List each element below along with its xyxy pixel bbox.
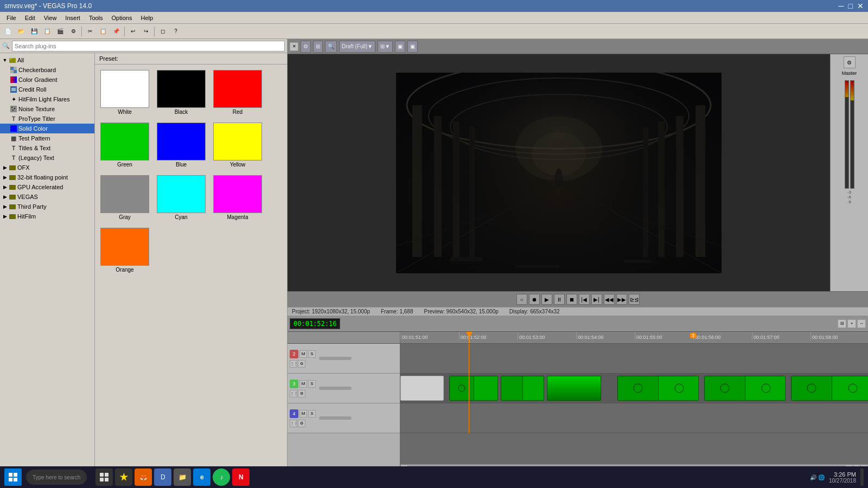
mixer-settings-btn[interactable]: ⚙ <box>844 56 856 68</box>
preview-zoom-btn[interactable]: 🔍 <box>325 41 337 53</box>
tree-item-checkerboard[interactable]: Checkerboard <box>0 65 94 75</box>
taskbar-icon-3[interactable]: 🦊 <box>135 468 152 486</box>
track-solo-3[interactable]: S <box>308 380 316 388</box>
track-clip-3c[interactable] <box>501 376 544 401</box>
swatch-green[interactable]: Green <box>97 119 152 171</box>
preset-scroll-area[interactable]: White Black Red Green <box>95 65 287 486</box>
track-clip-3f[interactable] <box>704 376 786 401</box>
prev-frame-btn[interactable]: |◀ <box>579 294 590 305</box>
tree-item-all[interactable]: ▼ All <box>0 55 94 65</box>
track-clip-3a[interactable] <box>400 376 444 401</box>
tl-add-btn[interactable]: + <box>847 319 856 328</box>
properties-button[interactable]: ⚙ <box>67 25 79 37</box>
swatch-red[interactable]: Red <box>210 67 265 118</box>
cut-button[interactable]: ✂ <box>84 25 96 37</box>
loop-region-btn[interactable]: ⊵⊴ <box>629 294 640 305</box>
track-mute-2[interactable]: M <box>299 350 307 358</box>
preview-settings-btn[interactable]: ⚙ <box>301 41 311 53</box>
preview-quality-btn[interactable]: Draft (Full) ▼ <box>339 41 375 53</box>
maximize-button[interactable]: □ <box>848 2 853 10</box>
save-button[interactable]: 💾 <box>28 25 40 37</box>
menu-file[interactable]: File <box>2 14 21 22</box>
swatch-cyan[interactable]: Cyan <box>154 172 209 223</box>
preview-grid-btn[interactable]: ⊞▼ <box>378 41 393 53</box>
paste-button[interactable]: 📌 <box>110 25 122 37</box>
track-solo-2[interactable]: S <box>308 350 316 358</box>
show-desktop-btn[interactable] <box>860 468 864 486</box>
new-button[interactable]: 📄 <box>2 25 14 37</box>
menu-options[interactable]: Options <box>107 14 137 22</box>
track-fx-4[interactable]: ⋮⋮ <box>290 420 297 427</box>
track-clip-3e[interactable] <box>617 376 699 401</box>
tl-scroll-btn[interactable]: ↔ <box>857 319 866 328</box>
search-input[interactable] <box>12 41 285 52</box>
track-clip-3g[interactable] <box>791 376 868 401</box>
pause-btn[interactable]: ⏸ <box>554 294 565 305</box>
swatch-black[interactable]: Black <box>154 67 209 118</box>
menu-help[interactable]: Help <box>136 14 157 22</box>
tree-item-protype[interactable]: T ProType Titler <box>0 114 94 124</box>
swatch-white[interactable]: White <box>97 67 152 118</box>
taskbar-icon-ie[interactable]: e <box>193 468 210 486</box>
stop-btn[interactable]: ⏹ <box>566 294 577 305</box>
timeline-canvas[interactable]: 00:01:51:00 00:01:52:00 00:01:53:00 00:0… <box>400 332 868 472</box>
start-button[interactable] <box>4 468 22 486</box>
close-button[interactable]: ✕ <box>857 2 864 10</box>
menu-insert[interactable]: Insert <box>61 14 85 22</box>
swatch-gray[interactable]: Gray <box>97 172 152 223</box>
track-fx-2[interactable]: ⋮⋮ <box>290 360 297 368</box>
swatch-yellow[interactable]: Yellow <box>210 119 265 171</box>
taskbar-icon-2[interactable] <box>115 468 132 486</box>
tree-item-hitfilm[interactable]: ▶ HitFilm <box>0 211 94 221</box>
window-controls[interactable]: ─ □ ✕ <box>839 2 864 10</box>
tree-item-titles-text[interactable]: T Titles & Text <box>0 143 94 153</box>
track-mute-3[interactable]: M <box>299 380 307 388</box>
taskbar-icon-4[interactable]: D <box>154 468 171 486</box>
save-as-button[interactable]: 📋 <box>41 25 53 37</box>
help-button[interactable]: ? <box>170 25 182 37</box>
taskbar-icon-netflix[interactable]: N <box>232 468 250 486</box>
tree-item-third-party[interactable]: ▶ Third Party <box>0 202 94 211</box>
swatch-orange[interactable]: Orange <box>97 224 152 276</box>
track-settings-2[interactable]: ⚙ <box>298 360 305 368</box>
tree-item-credit-roll[interactable]: Credit Roll <box>0 85 94 94</box>
record-btn[interactable]: ⏺ <box>529 294 540 305</box>
tree-item-legacy-text[interactable]: T (Legacy) Text <box>0 153 94 163</box>
menu-view[interactable]: View <box>40 14 61 22</box>
taskbar-icon-5[interactable]: 📁 <box>174 468 191 486</box>
tree-item-vegas[interactable]: ▶ VEGAS <box>0 192 94 202</box>
redo-button[interactable]: ↪ <box>140 25 152 37</box>
render-button[interactable]: 🎬 <box>54 25 66 37</box>
tree-item-hitfilm-light[interactable]: ✦ HitFilm Light Flares <box>0 94 94 104</box>
select-button[interactable]: ◻ <box>157 25 169 37</box>
tree-item-noise[interactable]: Noise Texture <box>0 104 94 114</box>
taskbar-icon-spotify[interactable]: ♪ <box>213 468 230 486</box>
taskbar-icon-1[interactable] <box>95 468 113 486</box>
preview-split-btn[interactable]: ⊞ <box>313 41 323 53</box>
track-solo-4[interactable]: S <box>308 410 316 418</box>
tree-item-ofx[interactable]: ▶ OFX <box>0 163 94 172</box>
track-clip-3d[interactable] <box>547 376 601 401</box>
track-mute-4[interactable]: M <box>299 410 307 418</box>
tree-item-color-gradient[interactable]: Color Gradient <box>0 75 94 85</box>
prev-marker-btn[interactable]: ◀◀ <box>604 294 615 305</box>
play-btn[interactable]: ▶ <box>541 294 552 305</box>
tree-item-gpu[interactable]: ▶ GPU Accelerated <box>0 182 94 192</box>
open-button[interactable]: 📂 <box>15 25 27 37</box>
preview-close-btn[interactable]: ✕ <box>290 42 298 51</box>
track-settings-3[interactable]: ⚙ <box>298 390 305 397</box>
next-frame-btn[interactable]: ▶| <box>591 294 602 305</box>
track-clip-3b[interactable] <box>449 376 498 401</box>
preview-channels-btn[interactable]: ▣ <box>407 41 418 53</box>
tree-item-32bit[interactable]: ▶ 32-bit floating point <box>0 172 94 182</box>
preview-overlay-btn[interactable]: ▣ <box>395 41 405 53</box>
swatch-blue[interactable]: Blue <box>154 119 209 171</box>
menu-tools[interactable]: Tools <box>85 14 107 22</box>
loop-btn[interactable]: ○ <box>516 294 527 305</box>
track-fx-3[interactable]: ⋮⋮ <box>290 390 297 397</box>
menu-edit[interactable]: Edit <box>21 14 40 22</box>
undo-button[interactable]: ↩ <box>127 25 139 37</box>
copy-button[interactable]: 📋 <box>97 25 109 37</box>
track-settings-4[interactable]: ⚙ <box>298 420 305 427</box>
next-marker-btn[interactable]: ▶▶ <box>616 294 627 305</box>
